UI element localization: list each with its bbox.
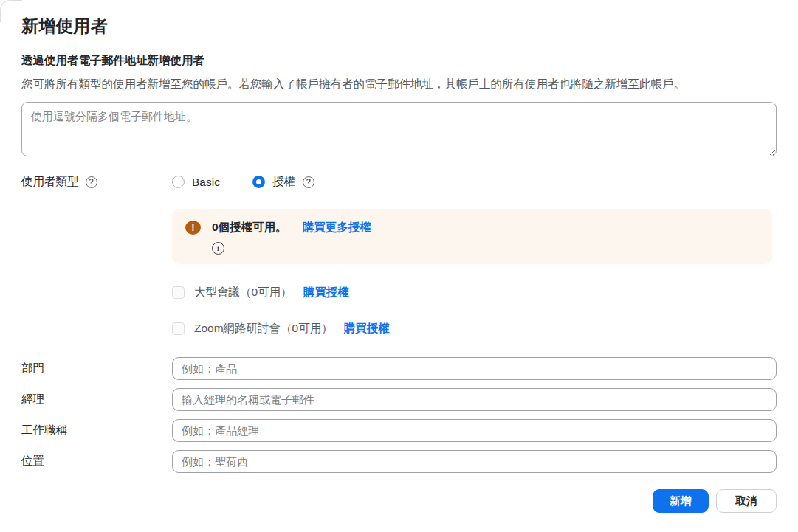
- license-warning-banner: ! 0個授權可用。 購買更多授權 i: [172, 209, 772, 264]
- large-meeting-checkbox[interactable]: [172, 286, 185, 299]
- add-by-email-subtitle: 透過使用者電子郵件地址新增使用者: [21, 53, 777, 69]
- manager-input[interactable]: [172, 388, 777, 411]
- add-button[interactable]: 新增: [653, 489, 709, 513]
- large-meeting-addon-row: 大型會議（0可用） 購買授權: [172, 285, 777, 300]
- location-label: 位置: [21, 454, 172, 469]
- job-title-label: 工作職稱: [21, 423, 172, 438]
- user-type-label-group: 使用者類型 ?: [21, 174, 172, 190]
- radio-licensed[interactable]: [252, 176, 265, 188]
- dialog-corner-border: [0, 0, 22, 22]
- large-meeting-buy-link[interactable]: 購買授權: [303, 285, 349, 300]
- radio-basic-label: Basic: [192, 176, 220, 189]
- cancel-button[interactable]: 取消: [716, 489, 777, 513]
- webinar-buy-link[interactable]: 購買授權: [344, 321, 390, 336]
- user-type-label: 使用者類型: [21, 174, 79, 190]
- license-section: ! 0個授權可用。 購買更多授權 i 大型會議（0可用） 購買授權 Zoom網路…: [172, 209, 777, 336]
- description-text: 您可將所有類型的使用者新增至您的帳戶。若您輸入了帳戶擁有者的電子郵件地址，其帳戶…: [21, 75, 777, 92]
- location-row: 位置: [21, 450, 777, 473]
- radio-basic[interactable]: [172, 176, 185, 188]
- webinar-addon-row: Zoom網路研討會（0可用） 購買授權: [172, 321, 777, 336]
- manager-label: 經理: [21, 392, 172, 407]
- license-warning-message: 0個授權可用。: [212, 220, 287, 235]
- webinar-checkbox[interactable]: [172, 322, 185, 335]
- license-warning-line: ! 0個授權可用。 購買更多授權: [185, 220, 759, 235]
- department-input[interactable]: [172, 357, 777, 380]
- department-label: 部門: [21, 361, 172, 376]
- radio-option-licensed[interactable]: 授權 ?: [252, 174, 314, 190]
- job-title-input[interactable]: [172, 419, 777, 442]
- large-meeting-label: 大型會議（0可用）: [194, 285, 292, 300]
- licensed-help-icon[interactable]: ?: [303, 176, 314, 188]
- webinar-label: Zoom網路研討會（0可用）: [194, 321, 333, 336]
- department-row: 部門: [21, 357, 777, 380]
- user-type-row: 使用者類型 ? Basic 授權 ?: [21, 174, 777, 190]
- info-icon[interactable]: i: [212, 242, 224, 255]
- add-user-dialog: 新增使用者 透過使用者電子郵件地址新增使用者 您可將所有類型的使用者新增至您的帳…: [0, 0, 798, 532]
- warning-icon: !: [185, 221, 201, 235]
- radio-licensed-label: 授權: [272, 174, 295, 190]
- job-title-row: 工作職稱: [21, 419, 777, 442]
- radio-option-basic[interactable]: Basic: [172, 176, 220, 189]
- user-type-radio-group: Basic 授權 ?: [172, 174, 777, 190]
- email-addresses-textarea[interactable]: [21, 102, 777, 156]
- user-type-help-icon[interactable]: ?: [86, 176, 97, 188]
- manager-row: 經理: [21, 388, 777, 411]
- dialog-footer: 新增 取消: [21, 489, 777, 513]
- buy-more-licenses-link[interactable]: 購買更多授權: [303, 220, 371, 235]
- location-input[interactable]: [172, 450, 777, 473]
- page-title: 新增使用者: [21, 15, 777, 38]
